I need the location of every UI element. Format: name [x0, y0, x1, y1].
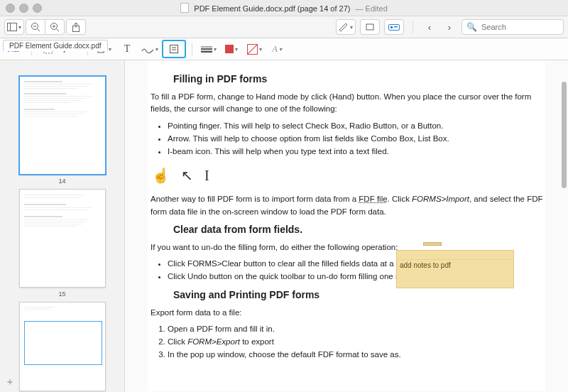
window-controls: [6, 4, 42, 13]
document-tab[interactable]: PDF Element Guide.docx.pdf: [3, 40, 108, 51]
zoom-group: [26, 19, 65, 35]
thumbnails-sidebar: 14 15 ＋: [0, 60, 125, 392]
search-next-button[interactable]: ›: [442, 20, 457, 34]
arrow-cursor-icon: ↖: [181, 165, 193, 186]
thumbnail-label-14: 14: [58, 178, 65, 185]
share-button[interactable]: [66, 19, 86, 35]
heading-clear-data: Clear data from form fields.: [173, 222, 545, 237]
sticky-note[interactable]: add notes to pdf: [396, 250, 514, 288]
zoom-out-button[interactable]: [26, 19, 45, 35]
line-style-button[interactable]: ▾: [198, 41, 219, 57]
annotate-toggle-button[interactable]: ▾: [336, 19, 356, 35]
thumbnail-page-16[interactable]: [19, 302, 106, 391]
svg-rect-18: [170, 45, 178, 53]
svg-rect-11: [366, 24, 373, 30]
svg-rect-13: [390, 26, 393, 28]
paragraph: Another way to fill PDF form is to impor…: [151, 193, 545, 218]
sticky-note-text[interactable]: add notes to pdf: [397, 260, 513, 271]
chevron-down-icon: ▾: [350, 24, 353, 31]
text-format-button[interactable]: A▾: [266, 41, 288, 57]
svg-line-6: [57, 29, 60, 32]
bullet-item: Arrow. This will help to choose option f…: [168, 133, 545, 145]
fill-color-button[interactable]: ▾: [244, 41, 265, 57]
title-filename: PDF Element Guide.docx.pdf: [194, 4, 295, 13]
svg-line-3: [38, 29, 40, 32]
sticky-note-header[interactable]: [397, 251, 513, 260]
sidebar-toggle-button[interactable]: ▾: [4, 19, 24, 35]
vertical-scrollbar[interactable]: [562, 82, 567, 188]
search-icon: 🔍: [466, 22, 477, 32]
document-tabbar: PDF Element Guide.docx.pdf: [0, 38, 124, 53]
note-anchor-icon[interactable]: [423, 242, 442, 246]
document-icon: [180, 3, 189, 13]
document-viewport[interactable]: Filling in PDF forms To fill a PDF form,…: [125, 60, 568, 392]
sign-tool-button[interactable]: ▾: [139, 41, 160, 57]
zoom-in-button[interactable]: [45, 19, 65, 35]
cursor-illustration: ☝ ↖ I: [152, 165, 545, 186]
heading-filling-forms: Filling in PDF forms: [173, 72, 545, 87]
pointing-hand-icon: ☝: [152, 165, 170, 186]
note-tool-button[interactable]: [162, 40, 186, 58]
paragraph: Export form data to a file:: [151, 307, 545, 319]
chevron-down-icon: ▾: [235, 46, 238, 53]
chevron-down-icon: ▾: [155, 46, 158, 53]
heading-saving-printing: Saving and Printing PDF forms: [173, 288, 545, 303]
pdf-page: Filling in PDF forms To fill a PDF form,…: [148, 60, 545, 391]
ibeam-cursor-icon: I: [204, 165, 209, 186]
search-field[interactable]: 🔍: [462, 19, 564, 35]
bullet-item: I-beam icon. This will help when you typ…: [168, 146, 545, 158]
markup-toolbar-button[interactable]: [384, 19, 404, 35]
list-item: Click FORM>Export to export: [168, 336, 545, 348]
view-group: ▾: [4, 19, 24, 35]
paragraph: To fill a PDF form, change to Hand mode …: [151, 91, 545, 116]
svg-rect-0: [8, 23, 17, 31]
main-toolbar: ▾ ▾ ‹ › 🔍: [0, 16, 568, 38]
svg-rect-14: [394, 26, 398, 28]
close-window-button[interactable]: [6, 4, 15, 13]
chevron-down-icon: ▾: [259, 46, 262, 53]
list-item: In the pop up window, choose the default…: [168, 349, 545, 361]
thumbnail-label-15: 15: [58, 290, 65, 298]
list-item: Open a PDF form and fill it in.: [168, 323, 545, 335]
thumbnail-page-15[interactable]: [19, 189, 106, 288]
window-title: PDF Element Guide.docx.pdf (page 14 of 2…: [0, 3, 568, 13]
chevron-down-icon: ▾: [214, 46, 217, 53]
rotate-button[interactable]: [360, 19, 380, 35]
add-page-button[interactable]: ＋: [4, 376, 16, 388]
chevron-down-icon: ▾: [18, 24, 21, 31]
search-input[interactable]: [480, 22, 554, 32]
title-edited: — Edited: [356, 4, 388, 13]
bullet-item: Pointing finger. This will help to selec…: [168, 120, 545, 132]
title-page-info: (page 14 of 27): [297, 4, 351, 13]
titlebar: PDF Element Guide.docx.pdf (page 14 of 2…: [0, 0, 568, 16]
border-color-button[interactable]: ▾: [221, 41, 242, 57]
chevron-down-icon: ▾: [279, 46, 282, 53]
search-prev-button[interactable]: ‹: [422, 20, 437, 34]
minimize-window-button[interactable]: [19, 4, 28, 13]
fullscreen-window-button[interactable]: [33, 4, 42, 13]
thumbnail-page-14[interactable]: [19, 76, 106, 175]
